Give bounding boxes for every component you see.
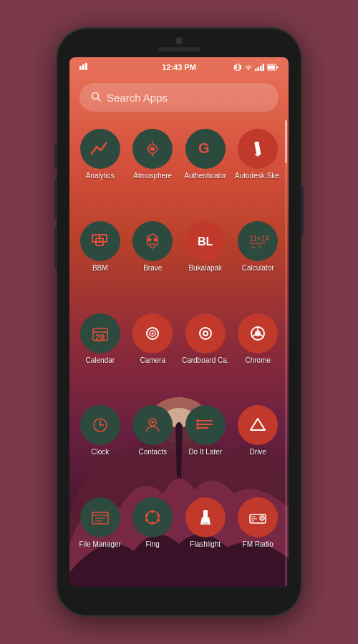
app-contacts[interactable]: Contacts	[126, 399, 178, 492]
silent-button[interactable]	[54, 228, 57, 268]
app-icon-drive	[238, 405, 278, 445]
app-autodesk[interactable]: Autodesk Ske.	[232, 123, 284, 215]
app-cardboard[interactable]: Cardboard Ca.	[179, 308, 232, 400]
app-label-analytics: Analytics	[86, 172, 115, 180]
app-label-brave: Brave	[143, 264, 162, 272]
app-icon-calendar: 28	[80, 313, 120, 353]
app-label-authenticator: Authenticator	[184, 172, 226, 180]
app-label-fing: Fing	[145, 540, 159, 548]
app-label-calendar: Calendar	[85, 356, 115, 364]
svg-rect-9	[255, 69, 257, 71]
front-camera	[175, 37, 183, 44]
svg-rect-15	[277, 67, 279, 69]
app-label-calculator: Calculator	[242, 264, 274, 272]
svg-rect-69	[203, 510, 208, 517]
svg-point-65	[157, 519, 160, 522]
app-label-cardboard: Cardboard Ca.	[182, 356, 229, 364]
app-atmosphere[interactable]: Atmosphere	[126, 123, 178, 215]
volume-up-button[interactable]	[54, 143, 57, 169]
svg-point-66	[151, 522, 154, 525]
app-flashlight[interactable]: Flashlight	[179, 492, 232, 584]
svg-text:G: G	[198, 140, 210, 156]
app-calculator[interactable]: 11+14 + = Calculator	[232, 215, 284, 308]
svg-point-56	[196, 423, 199, 426]
app-label-autodesk: Autodesk Ske.	[235, 172, 281, 180]
phone-frame: 12:43 PM Search Apps	[57, 29, 301, 615]
svg-rect-22	[255, 142, 261, 155]
svg-line-45	[260, 334, 264, 337]
app-icon-camera	[132, 313, 173, 353]
app-doitlater[interactable]: Do It Later	[179, 399, 232, 492]
volume-down-button[interactable]	[54, 179, 57, 219]
svg-point-27	[148, 238, 152, 241]
app-label-drive: Drive	[250, 448, 266, 456]
search-bar[interactable]: Search Apps	[79, 83, 279, 112]
search-placeholder: Search Apps	[107, 92, 168, 104]
app-bbm[interactable]: BBM	[74, 215, 126, 308]
app-label-bbm: BBM	[92, 264, 108, 272]
app-icon-autodesk	[238, 129, 278, 169]
svg-point-76	[261, 517, 263, 519]
app-label-flashlight: Flashlight	[190, 540, 221, 548]
app-authenticator[interactable]: G Authenticator	[179, 123, 232, 215]
svg-rect-8	[240, 65, 241, 69]
svg-line-17	[98, 98, 101, 101]
app-icon-chrome	[238, 313, 278, 353]
app-icon-cardboard	[185, 313, 226, 353]
svg-line-44	[252, 334, 256, 337]
svg-point-42	[255, 331, 261, 336]
app-grid: Analytics Atmosphere G	[69, 120, 289, 587]
phone-top-notch	[57, 37, 301, 52]
app-camera[interactable]: Camera	[126, 308, 178, 400]
app-icon-analytics	[80, 129, 120, 169]
app-chrome[interactable]: Chrome	[232, 308, 284, 400]
svg-text:11+14: 11+14	[249, 235, 268, 243]
app-calendar[interactable]: 28 Calendar	[74, 308, 126, 400]
app-label-bukalapak: Bukalapak	[188, 264, 222, 272]
svg-marker-23	[254, 154, 261, 157]
app-icon-doitlater	[185, 405, 226, 445]
svg-rect-10	[258, 67, 260, 71]
app-analytics[interactable]: Analytics	[74, 123, 126, 215]
app-bukalapak[interactable]: BL Bukalapak	[179, 215, 232, 308]
power-button[interactable]	[301, 186, 304, 236]
svg-rect-70	[203, 522, 208, 524]
app-label-doitlater: Do It Later	[188, 448, 222, 456]
app-icon-calculator: 11+14 + =	[238, 221, 278, 261]
earpiece-speaker	[158, 47, 200, 52]
app-icon-fmradio	[238, 497, 278, 537]
svg-point-63	[151, 510, 154, 513]
app-label-filemanager: File Manager	[79, 540, 121, 548]
app-fing[interactable]: Fing	[126, 492, 178, 584]
app-label-chrome: Chrome	[245, 356, 271, 364]
svg-point-57	[196, 426, 199, 429]
svg-rect-4	[82, 64, 84, 70]
svg-rect-14	[268, 66, 275, 69]
svg-point-55	[196, 419, 199, 422]
svg-point-51	[151, 421, 154, 424]
app-icon-fing	[132, 497, 173, 537]
svg-point-68	[145, 514, 148, 517]
app-icon-clock	[80, 405, 120, 445]
app-icon-bbm	[80, 221, 120, 261]
app-fmradio[interactable]: FM Radio	[232, 492, 284, 584]
svg-point-28	[154, 238, 158, 241]
svg-text:BL: BL	[198, 235, 213, 248]
search-icon	[91, 92, 101, 104]
app-label-clock: Clock	[91, 448, 109, 456]
app-brave[interactable]: Brave	[126, 215, 178, 308]
app-icon-brave	[132, 221, 173, 261]
status-left-icon	[79, 63, 90, 72]
screen: 12:43 PM Search Apps	[69, 57, 289, 587]
app-drive[interactable]: Drive	[232, 399, 284, 492]
svg-point-38	[152, 332, 154, 334]
status-bar: 12:43 PM	[69, 57, 289, 77]
app-filemanager[interactable]: File Manager	[74, 492, 126, 584]
svg-rect-11	[260, 66, 262, 71]
app-icon-contacts	[132, 405, 173, 445]
app-icon-atmosphere	[132, 129, 173, 169]
app-label-fmradio: FM Radio	[243, 540, 274, 548]
status-time: 12:43 PM	[162, 63, 196, 72]
app-icon-bukalapak: BL	[185, 221, 226, 261]
app-clock[interactable]: Clock	[74, 399, 126, 492]
